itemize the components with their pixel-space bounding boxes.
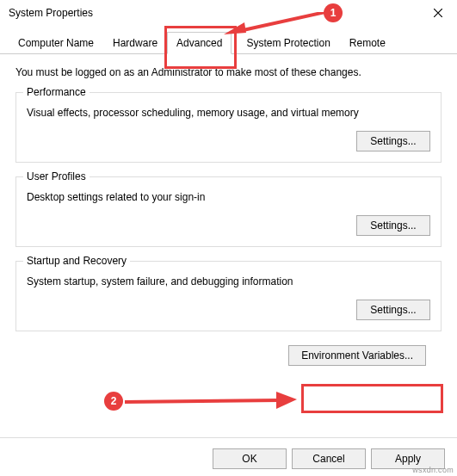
tab-advanced[interactable]: Advanced — [167, 32, 232, 54]
tab-computer-name[interactable]: Computer Name — [9, 32, 103, 54]
performance-settings-button[interactable]: Settings... — [356, 131, 430, 151]
dialog-button-row: OK Cancel Apply — [213, 448, 445, 469]
callout-badge-1: 1 — [324, 3, 343, 22]
group-user-profiles-title: User Profiles — [23, 170, 90, 182]
watermark: wsxdn.com — [412, 466, 454, 474]
ok-button[interactable]: OK — [213, 448, 287, 469]
callout-badge-2: 2 — [104, 392, 123, 411]
svg-marker-3 — [276, 392, 297, 409]
svg-line-2 — [125, 400, 280, 402]
user-profiles-settings-button[interactable]: Settings... — [356, 215, 430, 236]
titlebar: System Properties — [0, 0, 457, 26]
group-startup-recovery-title: Startup and Recovery — [23, 255, 130, 267]
tab-remote[interactable]: Remote — [340, 32, 395, 54]
close-button[interactable] — [418, 0, 457, 26]
group-user-profiles: User Profiles Desktop settings related t… — [15, 176, 442, 247]
group-startup-recovery: Startup and Recovery System startup, sys… — [15, 261, 442, 331]
group-performance-title: Performance — [23, 86, 90, 98]
group-startup-recovery-desc: System startup, system failure, and debu… — [27, 275, 430, 287]
group-user-profiles-desc: Desktop settings related to your sign-in — [27, 191, 430, 203]
tab-hardware[interactable]: Hardware — [103, 32, 167, 54]
admin-note: You must be logged on as an Administrato… — [15, 66, 442, 78]
tab-system-protection[interactable]: System Protection — [237, 32, 339, 54]
startup-recovery-settings-button[interactable]: Settings... — [356, 300, 430, 320]
window-title: System Properties — [9, 7, 93, 19]
cancel-button[interactable]: Cancel — [292, 448, 366, 469]
environment-variables-button[interactable]: Environment Variables... — [288, 345, 426, 366]
close-icon — [434, 9, 442, 17]
tab-bar: Computer Name Hardware Advanced System P… — [0, 31, 457, 54]
highlight-env-vars — [301, 384, 443, 413]
group-performance-desc: Visual effects, processor scheduling, me… — [27, 107, 430, 119]
tab-content: You must be logged on as an Administrato… — [0, 54, 457, 381]
bottom-separator — [0, 437, 457, 438]
arrow-2 — [125, 392, 297, 412]
group-performance: Performance Visual effects, processor sc… — [15, 92, 442, 163]
